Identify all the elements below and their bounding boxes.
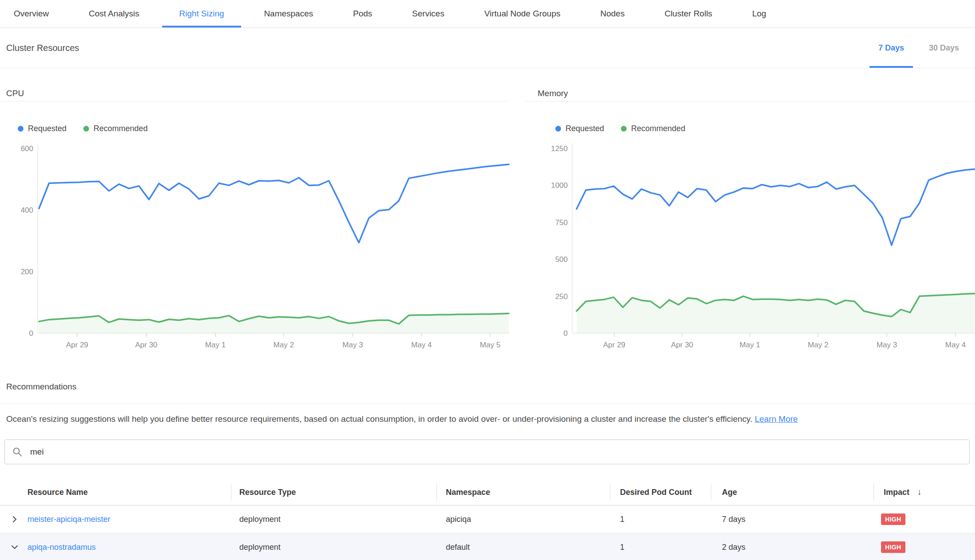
svg-text:200: 200 [21, 268, 33, 276]
resource-name-link[interactable]: apiqa-nostradamus [27, 533, 96, 560]
tab-virtual-node-groups[interactable]: Virtual Node Groups [484, 0, 561, 27]
col-namespace[interactable]: Namespace [446, 479, 490, 505]
impact-high-badge: HIGH [881, 541, 905, 553]
col-impact[interactable]: Impact ↓ [884, 479, 922, 505]
requested-legend-dot-icon [555, 126, 561, 132]
cpu-chart-panel: CPU Requested Recommended 6004002000Apr … [0, 68, 510, 352]
tab-pods[interactable]: Pods [353, 0, 372, 27]
desired-pod-count-value: 1 [620, 506, 624, 533]
time-range-toggle: 7 Days 30 Days [866, 28, 971, 68]
col-age[interactable]: Age [722, 479, 737, 505]
col-desired-pod-count[interactable]: Desired Pod Count [620, 479, 692, 505]
legend-label: Recommended [94, 124, 148, 133]
impact-high-badge: HIGH [881, 513, 905, 525]
svg-text:500: 500 [555, 255, 568, 264]
legend-label: Recommended [631, 124, 685, 133]
svg-text:0: 0 [564, 329, 568, 338]
memory-chart-panel: Memory Requested Recommended 12501000750… [525, 68, 975, 352]
svg-text:Apr 29: Apr 29 [66, 341, 88, 349]
recommendations-description-text: Ocean's resizing suggestions will help y… [6, 414, 753, 424]
legend-item-requested: Requested [555, 124, 604, 133]
svg-text:May 1: May 1 [740, 341, 760, 349]
svg-text:Apr 29: Apr 29 [603, 341, 625, 349]
chevron-right-icon[interactable] [11, 506, 19, 533]
recommendations-description: Ocean's resizing suggestions will help y… [6, 413, 966, 425]
column-divider [711, 484, 711, 501]
svg-text:May 2: May 2 [808, 341, 828, 349]
svg-text:750: 750 [555, 218, 568, 227]
cluster-resources-header: Cluster Resources 7 Days 30 Days [0, 28, 975, 68]
cluster-resources-title: Cluster Resources [6, 28, 79, 68]
tab-overview[interactable]: Overview [14, 0, 49, 27]
cpu-chart: 6004002000Apr 29Apr 30May 1May 2May 3May… [0, 140, 510, 349]
svg-text:250: 250 [555, 292, 568, 301]
tab-namespaces[interactable]: Namespaces [264, 0, 313, 27]
requested-legend-dot-icon [18, 126, 23, 132]
svg-text:May 5: May 5 [480, 341, 500, 349]
table-header: Resource Name Resource Type Namespace De… [0, 479, 975, 505]
column-divider [874, 484, 874, 501]
svg-text:Apr 30: Apr 30 [135, 341, 157, 349]
tab-nodes[interactable]: Nodes [601, 0, 625, 27]
tab-log[interactable]: Log [752, 0, 766, 27]
recommendations-divider [0, 404, 975, 404]
svg-text:1000: 1000 [551, 181, 568, 190]
memory-chart: 125010007505002500Apr 29Apr 30May 1May 2… [525, 140, 975, 349]
memory-chart-legend: Requested Recommended [555, 124, 685, 133]
legend-item-recommended: Recommended [621, 124, 685, 133]
table-row[interactable]: meister-apiciqa-meister deployment apici… [0, 506, 975, 533]
memory-title-divider [525, 101, 975, 101]
cpu-title-divider [0, 101, 510, 101]
range-7-days[interactable]: 7 Days [866, 28, 916, 68]
cpu-chart-title: CPU [6, 89, 24, 98]
resource-type-value: deployment [239, 533, 281, 560]
impact-cell: HIGH [881, 533, 905, 560]
impact-cell: HIGH [881, 506, 905, 533]
svg-text:May 4: May 4 [945, 341, 966, 349]
svg-text:1250: 1250 [551, 144, 568, 153]
legend-item-requested: Requested [18, 124, 66, 133]
learn-more-link[interactable]: Learn More [755, 414, 798, 424]
svg-text:Apr 30: Apr 30 [671, 341, 693, 349]
svg-text:May 1: May 1 [205, 341, 226, 349]
col-resource-name[interactable]: Resource Name [27, 479, 88, 505]
svg-text:May 2: May 2 [273, 341, 294, 349]
cpu-chart-legend: Requested Recommended [18, 124, 148, 133]
svg-text:0: 0 [29, 329, 33, 338]
age-value: 2 days [722, 533, 745, 560]
tab-right-sizing[interactable]: Right Sizing [179, 0, 224, 27]
resource-type-value: deployment [239, 506, 281, 533]
search-input[interactable] [29, 447, 962, 457]
legend-item-recommended: Recommended [83, 124, 148, 133]
svg-text:May 3: May 3 [877, 341, 897, 349]
age-value: 7 days [722, 506, 745, 533]
legend-label: Requested [566, 124, 604, 133]
legend-label: Requested [28, 124, 66, 133]
table-row[interactable]: apiqa-nostradamus deployment default 1 2… [0, 533, 975, 560]
desired-pod-count-value: 1 [620, 533, 624, 560]
chevron-down-icon[interactable] [11, 533, 19, 560]
svg-text:May 3: May 3 [343, 341, 363, 349]
svg-text:May 4: May 4 [411, 341, 432, 349]
svg-text:600: 600 [21, 144, 33, 153]
tab-services[interactable]: Services [412, 0, 445, 27]
namespace-value: apiciqa [446, 506, 471, 533]
top-tab-bar: Overview Cost Analysis Right Sizing Name… [0, 0, 975, 28]
column-divider [231, 484, 231, 501]
resource-name-link[interactable]: meister-apiciqa-meister [27, 506, 110, 533]
sort-descending-icon[interactable]: ↓ [917, 487, 922, 497]
namespace-value: default [446, 533, 470, 560]
tab-cluster-rolls[interactable]: Cluster Rolls [664, 0, 712, 27]
search-box [4, 439, 970, 464]
recommended-legend-dot-icon [83, 126, 89, 132]
recommendations-title: Recommendations [6, 382, 76, 392]
recommended-legend-dot-icon [621, 126, 627, 132]
svg-text:400: 400 [21, 206, 33, 214]
column-divider [610, 484, 610, 501]
range-30-days[interactable]: 30 Days [916, 28, 971, 68]
tab-cost-analysis[interactable]: Cost Analysis [89, 0, 139, 27]
search-icon [12, 447, 23, 457]
col-impact-label: Impact [884, 488, 909, 497]
col-resource-type[interactable]: Resource Type [239, 479, 296, 505]
column-divider [437, 484, 437, 501]
